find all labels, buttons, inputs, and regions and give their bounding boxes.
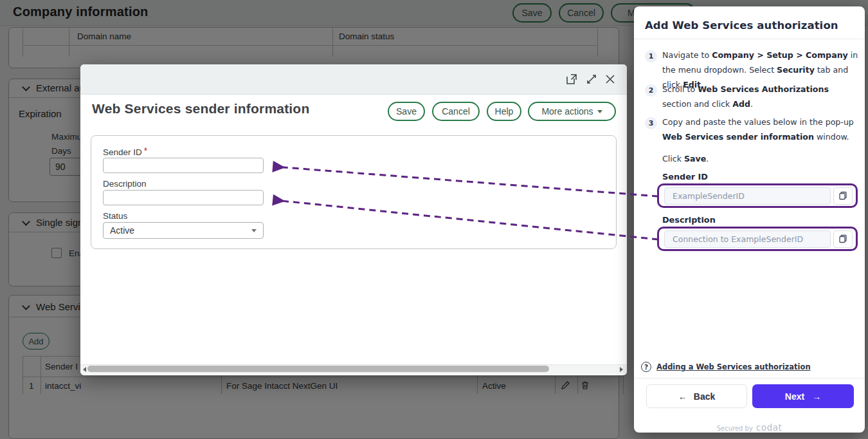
modal-cancel-button[interactable]: Cancel [432, 102, 480, 121]
step-2-badge: 2 [645, 84, 657, 97]
step-3-badge: 3 [645, 117, 657, 129]
modal-save-button[interactable]: Save [388, 102, 425, 121]
step-2-text: Scroll to Web Services Authorizations se… [662, 82, 859, 111]
close-icon[interactable] [603, 72, 617, 86]
back-button[interactable]: ← Back [646, 384, 747, 408]
divider [634, 39, 865, 39]
sender-id-label: Sender ID* [103, 145, 147, 157]
scroll-left-arrow[interactable] [83, 367, 86, 372]
modal-help-button[interactable]: Help [487, 102, 521, 121]
sender-id-input[interactable] [103, 158, 264, 173]
click-save-text: Click Save. [662, 151, 859, 166]
status-label: Status [103, 211, 127, 221]
sender-id-label-text: Sender ID [103, 147, 142, 157]
modal-more-actions-label: More actions [541, 106, 593, 117]
back-arrow-icon: ← [678, 391, 687, 402]
copy-icon [838, 191, 847, 200]
step-1-badge: 1 [645, 50, 657, 62]
help-icon: ? [641, 362, 651, 372]
guide-sender-id-label: Sender ID [662, 172, 708, 182]
help-link[interactable]: Adding a Web Services authorization [656, 362, 811, 371]
required-asterisk: * [142, 145, 147, 156]
scroll-right-arrow[interactable] [620, 367, 623, 372]
guide-panel-title: Add Web Services authorization [645, 19, 838, 32]
codat-logo: codat [756, 422, 782, 433]
modal-titlebar[interactable] [80, 64, 627, 95]
chevron-down-icon [597, 110, 602, 113]
help-row: ? Adding a Web Services authorization [641, 362, 811, 372]
chevron-down-icon [251, 229, 257, 232]
secured-by-text: Secured by [717, 425, 753, 432]
guide-sender-id-highlight: ExampleSenderID [657, 183, 858, 208]
next-button[interactable]: Next → [752, 384, 854, 408]
guide-panel: Add Web Services authorization 1 Navigat… [634, 6, 865, 433]
description-input[interactable] [103, 190, 264, 205]
panel-footer: Secured by codat [634, 421, 865, 433]
next-button-label: Next [785, 391, 804, 402]
modal-more-actions-button[interactable]: More actions [528, 102, 616, 121]
guide-sender-id-value: ExampleSenderID [664, 187, 831, 205]
sender-information-modal: Web Services sender information Save Can… [80, 64, 627, 375]
description-label: Description [103, 179, 147, 189]
modal-title: Web Services sender information [92, 101, 309, 117]
back-button-label: Back [694, 391, 715, 402]
step-3-text: Copy and paste the values below in the p… [662, 115, 859, 144]
guide-description-highlight: Connection to ExampleSenderID [657, 227, 858, 251]
status-select-value: Active [110, 225, 134, 236]
guide-description-label: Description [662, 215, 716, 225]
horizontal-scrollbar-thumb[interactable] [87, 366, 549, 372]
guide-description-value: Connection to ExampleSenderID [664, 230, 831, 248]
copy-icon [838, 234, 847, 243]
expand-icon[interactable] [584, 72, 599, 86]
open-in-new-window-icon[interactable] [565, 72, 579, 86]
divider [634, 378, 865, 378]
status-select[interactable]: Active [103, 222, 264, 239]
next-arrow-icon: → [812, 391, 821, 402]
copy-description-button[interactable] [833, 230, 853, 248]
copy-sender-id-button[interactable] [833, 187, 853, 205]
screen: Company information Save Cancel More act… [0, 0, 868, 439]
